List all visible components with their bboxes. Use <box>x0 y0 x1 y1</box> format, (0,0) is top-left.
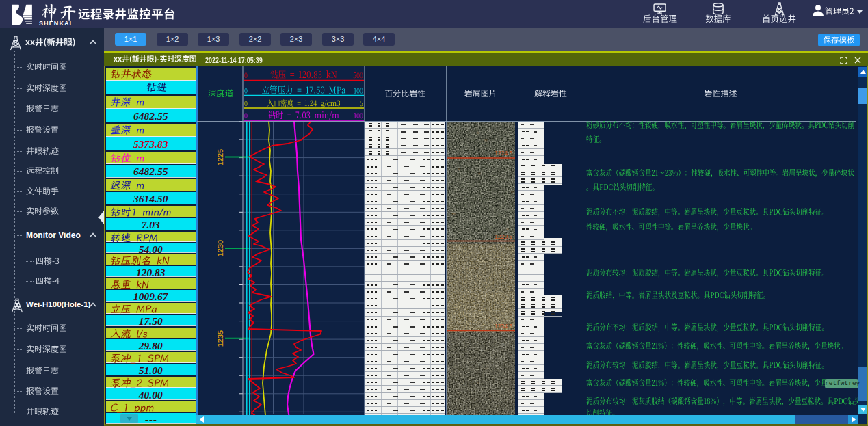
svg-text:1224.5: 1224.5 <box>495 150 512 157</box>
svg-text:1234.5: 1234.5 <box>495 322 512 329</box>
svg-text:1229.5: 1229.5 <box>495 232 512 239</box>
